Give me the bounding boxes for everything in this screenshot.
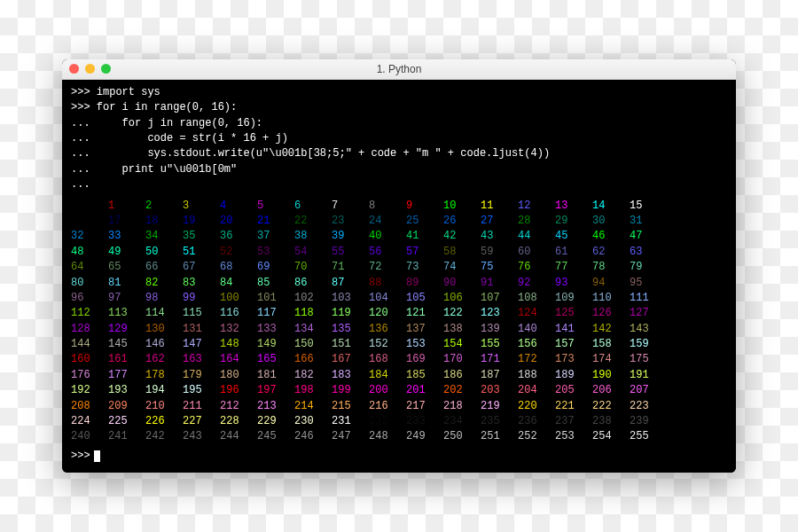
color-cell: 37 <box>257 229 294 244</box>
color-cell: 133 <box>257 322 294 337</box>
color-cell: 7 <box>332 199 369 214</box>
color-cell: 1 <box>108 199 145 214</box>
color-cell: 3 <box>183 199 220 214</box>
color-cell: 167 <box>332 352 369 367</box>
color-cell: 55 <box>332 245 369 260</box>
color-cell: 234 <box>443 414 481 429</box>
color-cell: 11 <box>481 199 518 214</box>
color-cell: 171 <box>481 352 518 367</box>
color-cell: 157 <box>555 337 592 352</box>
repl-prompt-line[interactable]: >>> <box>71 449 727 464</box>
color-cell: 72 <box>369 260 406 275</box>
color-cell: 117 <box>257 306 294 321</box>
color-cell: 74 <box>443 260 481 275</box>
color-cell: 184 <box>369 368 406 383</box>
color-cell: 30 <box>592 214 630 229</box>
terminal-window: 1. Python >>> import sys >>> for i in ra… <box>62 59 736 473</box>
color-cell: 45 <box>555 229 592 244</box>
color-cell: 188 <box>518 368 555 383</box>
color-cell: 180 <box>220 368 257 383</box>
color-cell: 161 <box>108 352 145 367</box>
color-cell: 127 <box>630 306 667 321</box>
color-cell: 121 <box>406 306 443 321</box>
color-cell: 249 <box>406 429 443 444</box>
color-cell: 28 <box>518 214 555 229</box>
color-cell: 35 <box>183 229 220 244</box>
color-cell: 61 <box>555 245 592 260</box>
color-cell: 254 <box>592 429 630 444</box>
color-cell: 103 <box>332 291 369 306</box>
color-cell: 237 <box>555 414 592 429</box>
color-cell: 189 <box>555 368 592 383</box>
color-cell: 95 <box>630 276 667 291</box>
color-cell: 75 <box>481 260 518 275</box>
color-cell: 59 <box>481 245 518 260</box>
color-cell: 165 <box>257 352 294 367</box>
color-cell: 79 <box>630 260 667 275</box>
color-cell: 216 <box>369 399 406 414</box>
repl-prompt: >>> <box>71 449 90 464</box>
color-grid: 0 1 2 3 4 5 6 7 8 9 10 11 12 13 14 15 16… <box>71 199 727 445</box>
grid-row: 208 209 210 211 212 213 214 215 216 217 … <box>71 399 727 414</box>
color-cell: 16 <box>71 214 108 229</box>
color-cell: 178 <box>145 368 183 383</box>
color-cell: 172 <box>518 352 555 367</box>
color-cell: 181 <box>257 368 294 383</box>
color-cell: 223 <box>630 399 667 414</box>
color-cell: 92 <box>518 276 555 291</box>
grid-row: 176 177 178 179 180 181 182 183 184 185 … <box>71 368 727 383</box>
color-cell: 105 <box>406 291 443 306</box>
color-cell: 64 <box>71 260 108 275</box>
color-cell: 164 <box>220 352 257 367</box>
color-cell: 50 <box>145 245 183 260</box>
color-cell: 155 <box>481 337 518 352</box>
color-cell: 177 <box>108 368 145 383</box>
color-cell: 57 <box>406 245 443 260</box>
color-cell: 14 <box>592 199 630 214</box>
cursor <box>94 450 100 462</box>
color-cell: 54 <box>294 245 332 260</box>
color-cell: 108 <box>518 291 555 306</box>
color-cell: 17 <box>108 214 145 229</box>
color-cell: 137 <box>406 322 443 337</box>
color-cell: 242 <box>145 429 183 444</box>
color-cell: 5 <box>257 199 294 214</box>
color-cell: 129 <box>108 322 145 337</box>
color-cell: 199 <box>332 383 369 398</box>
color-cell: 213 <box>257 399 294 414</box>
color-cell: 215 <box>332 399 369 414</box>
color-cell: 145 <box>108 337 145 352</box>
color-cell: 10 <box>443 199 481 214</box>
color-cell: 19 <box>183 214 220 229</box>
color-cell: 124 <box>518 306 555 321</box>
color-cell: 144 <box>71 337 108 352</box>
color-cell: 217 <box>406 399 443 414</box>
color-cell: 132 <box>220 322 257 337</box>
color-cell: 47 <box>630 229 667 244</box>
color-cell: 214 <box>294 399 332 414</box>
grid-row: 160 161 162 163 164 165 166 167 168 169 … <box>71 352 727 367</box>
color-cell: 58 <box>443 245 481 260</box>
color-cell: 15 <box>630 199 667 214</box>
color-cell: 91 <box>481 276 518 291</box>
color-cell: 203 <box>481 383 518 398</box>
color-cell: 210 <box>145 399 183 414</box>
window-title: 1. Python <box>62 63 736 75</box>
color-cell: 42 <box>443 229 481 244</box>
color-cell: 160 <box>71 352 108 367</box>
color-cell: 60 <box>518 245 555 260</box>
color-cell: 51 <box>183 245 220 260</box>
color-cell: 187 <box>481 368 518 383</box>
color-cell: 32 <box>71 229 108 244</box>
color-cell: 201 <box>406 383 443 398</box>
color-cell: 186 <box>443 368 481 383</box>
color-cell: 190 <box>592 368 630 383</box>
color-cell: 248 <box>369 429 406 444</box>
color-cell: 119 <box>332 306 369 321</box>
color-cell: 150 <box>294 337 332 352</box>
color-cell: 113 <box>108 306 145 321</box>
grid-row: 16 17 18 19 20 21 22 23 24 25 26 27 28 2… <box>71 214 727 229</box>
color-cell: 170 <box>443 352 481 367</box>
color-cell: 8 <box>369 199 406 214</box>
terminal-body[interactable]: >>> import sys >>> for i in range(0, 16)… <box>62 80 736 473</box>
